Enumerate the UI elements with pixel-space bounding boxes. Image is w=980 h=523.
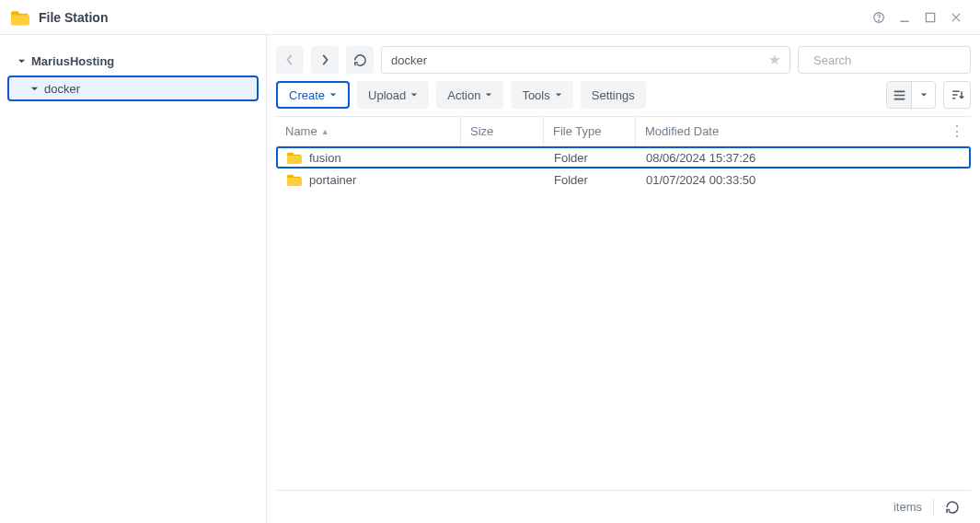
chevron-down-icon — [485, 91, 492, 99]
tools-button[interactable]: Tools — [511, 81, 572, 109]
create-button[interactable]: Create — [276, 81, 350, 109]
settings-label: Settings — [592, 88, 635, 102]
chevron-down-icon — [555, 91, 562, 99]
table-row[interactable]: fusion Folder 08/06/2024 15:37:26 — [276, 146, 971, 169]
column-menu-icon[interactable]: ⋮ — [950, 122, 963, 140]
column-header-name[interactable]: Name ▲ — [276, 124, 460, 138]
sidebar: MariusHosting docker — [0, 35, 267, 523]
divider — [933, 499, 934, 516]
cell-modified: 08/06/2024 15:37:26 — [637, 151, 960, 165]
maximize-button[interactable] — [917, 5, 943, 30]
svg-rect-2 — [900, 20, 908, 21]
close-button[interactable] — [943, 5, 969, 30]
cell-name: fusion — [309, 151, 341, 165]
column-header-size[interactable]: Size — [460, 117, 543, 145]
chevron-down-icon — [329, 91, 337, 99]
upload-label: Upload — [368, 88, 406, 102]
favorite-star-icon[interactable]: ★ — [768, 52, 780, 68]
table-header: Name ▲ Size File Type Modified Date ⋮ — [276, 117, 971, 146]
folder-icon — [287, 151, 302, 164]
view-mode-combo — [886, 81, 936, 109]
forward-button[interactable] — [311, 46, 339, 74]
cell-name: portainer — [309, 173, 356, 187]
status-bar: items — [276, 490, 971, 523]
caret-down-icon — [15, 54, 28, 67]
window-title: File Station — [39, 10, 866, 25]
back-button[interactable] — [276, 46, 304, 74]
search-box[interactable] — [798, 46, 971, 74]
svg-point-1 — [879, 19, 880, 20]
nav-row: docker ★ — [276, 46, 971, 74]
tree-root-label: MariusHosting — [31, 54, 114, 68]
sort-asc-icon: ▲ — [321, 127, 329, 136]
table-body: fusion Folder 08/06/2024 15:37:26 portai… — [276, 146, 971, 191]
action-row: Create Upload Action Tools Settings — [276, 81, 971, 109]
sort-button[interactable] — [943, 81, 971, 109]
path-bar[interactable]: docker ★ — [381, 46, 790, 74]
path-value: docker — [391, 53, 427, 67]
upload-button[interactable]: Upload — [357, 81, 429, 109]
search-input[interactable] — [813, 53, 968, 67]
tree-item-docker[interactable]: docker — [7, 76, 259, 101]
column-header-modified[interactable]: Modified Date — [635, 117, 962, 145]
cell-type: Folder — [545, 173, 637, 187]
footer-reload-button[interactable] — [945, 500, 960, 515]
cell-modified: 01/07/2024 00:33:50 — [637, 173, 960, 187]
tree-item-label: docker — [44, 82, 80, 96]
cell-type: Folder — [545, 151, 637, 165]
create-label: Create — [289, 88, 325, 102]
table-row[interactable]: portainer Folder 01/07/2024 00:33:50 — [276, 169, 971, 191]
tree-root[interactable]: MariusHosting — [7, 48, 259, 74]
titlebar: File Station — [0, 0, 980, 35]
list-view-button[interactable] — [887, 82, 911, 108]
tools-label: Tools — [522, 88, 549, 102]
main-panel: docker ★ Create Upload Action — [267, 35, 980, 523]
view-mode-dropdown[interactable] — [911, 82, 935, 108]
app-icon — [11, 8, 29, 27]
items-label: items — [894, 500, 922, 514]
reload-button[interactable] — [346, 46, 374, 74]
file-table: Name ▲ Size File Type Modified Date ⋮ fu… — [276, 116, 971, 523]
action-button[interactable]: Action — [436, 81, 503, 109]
column-header-type[interactable]: File Type — [543, 117, 635, 145]
minimize-button[interactable] — [892, 5, 917, 30]
caret-down-icon — [28, 82, 40, 95]
help-button[interactable] — [866, 5, 892, 30]
chevron-down-icon — [410, 91, 418, 99]
action-label: Action — [447, 88, 480, 102]
folder-icon — [287, 173, 302, 186]
settings-button[interactable]: Settings — [581, 81, 646, 109]
svg-rect-3 — [926, 13, 934, 21]
